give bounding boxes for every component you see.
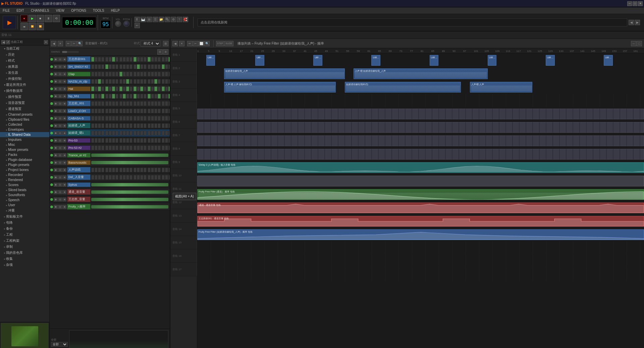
step-button[interactable] bbox=[95, 116, 98, 121]
playlist-track-row[interactable] bbox=[197, 268, 644, 282]
step-button[interactable] bbox=[112, 131, 115, 135]
step-button[interactable] bbox=[109, 175, 112, 180]
menu-help[interactable]: HELP bbox=[110, 8, 121, 13]
step-button[interactable] bbox=[129, 94, 132, 99]
step-button[interactable] bbox=[91, 86, 94, 91]
channel-name[interactable]: 王志胜_音量 bbox=[67, 196, 91, 202]
step-button[interactable] bbox=[133, 72, 137, 76]
track-block[interactable]: U样式 12 bbox=[430, 55, 439, 66]
channel-volume-slider[interactable] bbox=[91, 161, 168, 164]
step-button[interactable] bbox=[165, 175, 168, 180]
step-button[interactable] bbox=[119, 116, 122, 121]
track-block[interactable]: 人声·嗯·人声 bbox=[470, 82, 532, 93]
step-button[interactable] bbox=[112, 101, 115, 106]
channel-ctrl-btn[interactable]: ◎ bbox=[58, 131, 62, 135]
step-button[interactable] bbox=[95, 123, 98, 128]
step-button[interactable] bbox=[105, 109, 108, 113]
step-button[interactable] bbox=[101, 116, 104, 121]
step-button[interactable] bbox=[98, 116, 101, 121]
step-button[interactable] bbox=[112, 138, 115, 143]
browser-item[interactable]: Rendered bbox=[0, 177, 49, 182]
step-button[interactable] bbox=[126, 101, 129, 106]
step-button[interactable] bbox=[140, 116, 143, 121]
step-button[interactable] bbox=[158, 146, 161, 150]
step-button[interactable] bbox=[148, 109, 151, 113]
channel-ctrl-btn[interactable]: ◎ bbox=[58, 168, 62, 172]
channel-ctrl-btn[interactable]: ◎ bbox=[58, 146, 62, 150]
channel-ctrl-btn[interactable]: ◉ bbox=[54, 175, 58, 179]
pl-pencil-btn[interactable]: ✏ bbox=[187, 41, 193, 46]
step-button[interactable] bbox=[123, 79, 126, 84]
step-expand2-btn[interactable]: ⊞ bbox=[163, 49, 168, 55]
channel-volume-slider[interactable] bbox=[91, 205, 168, 209]
step-button[interactable] bbox=[168, 94, 170, 99]
channel-led[interactable] bbox=[50, 139, 53, 142]
track-block[interactable] bbox=[197, 149, 644, 160]
step-button[interactable] bbox=[140, 146, 143, 150]
step-button[interactable] bbox=[162, 64, 165, 69]
channel-led[interactable] bbox=[50, 73, 53, 75]
step-button[interactable] bbox=[133, 57, 137, 62]
step-arrow-btn[interactable]: ◀ bbox=[51, 41, 56, 46]
channel-name[interactable]: Trance_er #2 bbox=[67, 153, 91, 158]
step-button[interactable] bbox=[109, 86, 112, 91]
pl-step-btn[interactable]: STEP bbox=[216, 41, 224, 46]
step-close-btn[interactable]: ✕ bbox=[58, 41, 63, 46]
step-button[interactable] bbox=[133, 168, 137, 172]
step-button[interactable] bbox=[137, 72, 140, 76]
step-button[interactable] bbox=[151, 57, 154, 62]
step-button[interactable] bbox=[154, 86, 157, 91]
step-button[interactable] bbox=[95, 168, 98, 172]
channel-name[interactable]: 姑娘请_人声 bbox=[67, 123, 91, 128]
step-button[interactable] bbox=[95, 131, 98, 135]
step-button[interactable] bbox=[140, 86, 143, 91]
step-button[interactable] bbox=[105, 101, 108, 106]
step-button[interactable] bbox=[123, 168, 126, 172]
channel-ctrl-btn[interactable]: ◈ bbox=[62, 183, 66, 187]
channel-volume-slider[interactable] bbox=[91, 183, 168, 186]
step-button[interactable] bbox=[109, 101, 112, 106]
step-button[interactable] bbox=[105, 116, 108, 121]
channel-ctrl-btn[interactable]: ◈ bbox=[62, 161, 66, 165]
step-button[interactable] bbox=[133, 146, 137, 150]
step-button[interactable] bbox=[137, 116, 140, 121]
step-button[interactable] bbox=[129, 86, 132, 91]
step-button[interactable] bbox=[123, 146, 126, 150]
step-button[interactable] bbox=[91, 168, 94, 172]
step-button[interactable] bbox=[158, 101, 161, 106]
step-button[interactable] bbox=[105, 138, 108, 143]
playlist-track-row[interactable]: Fruity Free Filler (通道) - 频率 包络 bbox=[197, 188, 644, 201]
step-button[interactable] bbox=[112, 57, 115, 62]
step-button[interactable] bbox=[129, 138, 132, 143]
browser-item[interactable]: 工程构架 bbox=[0, 238, 49, 244]
step-button[interactable] bbox=[151, 79, 154, 84]
track-block[interactable]: \通道 - 通道音量 包络 bbox=[197, 202, 644, 213]
step-button[interactable] bbox=[112, 146, 115, 150]
channel-volume-slider[interactable] bbox=[91, 154, 168, 157]
step-button[interactable] bbox=[126, 131, 129, 135]
step-button[interactable] bbox=[105, 168, 108, 172]
step-button[interactable] bbox=[140, 175, 143, 180]
skip-back-button[interactable]: ⏮ bbox=[20, 23, 28, 30]
step-button[interactable] bbox=[115, 79, 118, 84]
step-button[interactable] bbox=[140, 57, 143, 62]
channel-name[interactable]: 王志胜鼓001 bbox=[67, 56, 91, 62]
step-button[interactable] bbox=[123, 101, 126, 106]
channel-ctrl-btn[interactable]: ◉ bbox=[54, 57, 58, 61]
step-button[interactable] bbox=[123, 123, 126, 128]
playlist-track-row[interactable] bbox=[197, 107, 644, 121]
channel-ctrl-btn[interactable]: ◉ bbox=[54, 102, 58, 106]
playlist-track-row[interactable] bbox=[197, 241, 644, 255]
step-button[interactable] bbox=[101, 168, 104, 172]
browser-arrow-btn[interactable]: ◀ bbox=[1, 40, 5, 44]
step-button[interactable] bbox=[98, 86, 101, 91]
step-button[interactable] bbox=[148, 79, 151, 84]
browser-item[interactable]: User bbox=[0, 202, 49, 208]
stop-button[interactable]: ■ bbox=[37, 15, 44, 22]
step-button[interactable] bbox=[126, 116, 129, 121]
channel-ctrl-btn[interactable]: ◉ bbox=[54, 146, 58, 150]
step-button[interactable] bbox=[123, 138, 126, 143]
step-button[interactable] bbox=[133, 64, 137, 69]
step-button[interactable] bbox=[109, 57, 112, 62]
help-icon[interactable]: ? bbox=[177, 17, 182, 22]
